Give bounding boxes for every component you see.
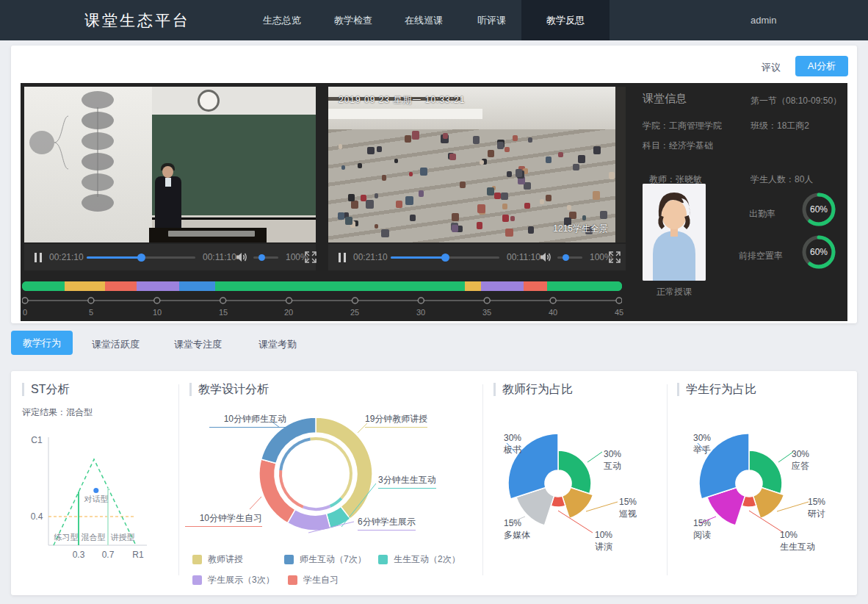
- speaker-icon[interactable]: [236, 244, 248, 270]
- tab-class-attendance[interactable]: 课堂考勤: [258, 338, 297, 351]
- tick-45: 45: [608, 308, 630, 317]
- legend-item: 教师讲授: [192, 553, 243, 566]
- class-name: 班级：18工商2: [751, 120, 809, 132]
- tick-5: 5: [80, 308, 102, 317]
- tick-40: 40: [542, 308, 564, 317]
- student-figure: [345, 217, 352, 225]
- tab-teaching-behavior[interactable]: 教学行为: [11, 331, 73, 355]
- video-card: 评议 AI分析: [11, 46, 857, 323]
- student-figure: [412, 131, 419, 139]
- remaining-time: 00:11:10: [203, 244, 236, 270]
- label-yantao: 15%研讨: [808, 496, 825, 519]
- camera-name-label: 1215学生全景: [553, 223, 608, 235]
- timeline-segment: [465, 281, 481, 291]
- student-figure: [460, 181, 466, 188]
- top-nav: 课堂生态平台 生态总览 教学检查 在线巡课 听评课 教学反思 admin: [0, 0, 868, 40]
- current-time: 00:21:10: [353, 244, 388, 270]
- student-figure: [502, 204, 507, 209]
- student-figure: [361, 195, 366, 201]
- pause-button[interactable]: [35, 244, 42, 270]
- remaining-time: 00:11:10: [507, 244, 540, 270]
- teacher-video[interactable]: [24, 87, 316, 242]
- volume-slider[interactable]: [557, 244, 582, 270]
- st-chart: C1 0.4 0.3 0.7 R1 练习型 混合型 讲授型 对话型: [22, 428, 169, 572]
- st-region-practice: 练习型: [54, 533, 79, 542]
- student-figure: [546, 157, 551, 163]
- media-zone: 2019 09 23 星期一 10:33:21 1215学生全景 00:21:1…: [21, 83, 847, 321]
- legend-swatch: [192, 575, 202, 585]
- fullscreen-icon[interactable]: [305, 244, 317, 270]
- student-figure: [452, 225, 458, 232]
- volume-slider[interactable]: [253, 244, 278, 270]
- student-figure: [528, 226, 534, 233]
- student-figure: [339, 144, 342, 148]
- student-figure: [381, 229, 389, 238]
- teacher-behavior-title: 教师行为占比: [493, 383, 573, 396]
- nav-item-listen-evaluate[interactable]: 听评课: [477, 0, 506, 40]
- student-figure: [505, 229, 513, 237]
- student-figure: [358, 163, 362, 168]
- timeline-segment: [105, 281, 137, 291]
- student-figure: [452, 213, 459, 221]
- student-figure: [443, 133, 448, 139]
- student-figure: [600, 211, 607, 219]
- nav-item-online-patrol[interactable]: 在线巡课: [405, 0, 443, 40]
- user-menu[interactable]: admin: [751, 0, 776, 40]
- st-threshold-label: 0.4: [31, 511, 43, 522]
- progress-handle[interactable]: [441, 254, 449, 262]
- student-figure: [546, 195, 551, 201]
- review-button[interactable]: 评议: [762, 61, 781, 74]
- progress-bar[interactable]: [391, 244, 499, 270]
- student-figure: [494, 193, 501, 200]
- page: 课堂生态平台 生态总览 教学检查 在线巡课 听评课 教学反思 admin 评议 …: [0, 0, 868, 604]
- student-figure: [504, 147, 509, 152]
- timeline-slider[interactable]: [22, 295, 622, 306]
- camera-timestamp: 2019 09 23 星期一 10:33:21: [339, 94, 465, 107]
- student-figure: [524, 203, 530, 209]
- timeline-segment: [65, 281, 104, 291]
- front-row-vacancy-label: 前排空置率: [739, 250, 783, 262]
- timeline-segment: [524, 281, 548, 291]
- label-yuedu: 15%阅读: [693, 517, 711, 541]
- legend-item: 学生自习: [288, 574, 339, 586]
- nav-item-teaching-reflection[interactable]: 教学反思: [521, 0, 610, 40]
- design-analysis-title: 教学设计分析: [189, 383, 269, 396]
- student-figure: [419, 190, 424, 196]
- legend-item: 生生互动（2次）: [378, 553, 460, 566]
- student-figure: [338, 212, 344, 220]
- player-controls-left: 00:21:10 00:11:10 100%: [24, 244, 316, 270]
- nav-item-eco-overview[interactable]: 生态总览: [263, 0, 301, 40]
- behavior-timeline-bar[interactable]: [22, 281, 622, 291]
- student-figure: [502, 215, 509, 222]
- tab-class-activity[interactable]: 课堂活跃度: [92, 338, 140, 351]
- students-video[interactable]: 2019 09 23 星期一 10:33:21 1215学生全景: [328, 87, 626, 242]
- label-xunshi: 15%巡视: [619, 496, 637, 519]
- attendance-rate-value: 60%: [800, 204, 837, 215]
- tick-35: 35: [476, 308, 498, 317]
- progress-handle[interactable]: [137, 254, 145, 262]
- nav-item-teaching-check[interactable]: 教学检查: [334, 0, 372, 40]
- slide-diagram: [24, 87, 152, 242]
- student-figure: [540, 199, 544, 204]
- speaker-icon[interactable]: [540, 244, 552, 270]
- tick-20: 20: [278, 308, 300, 317]
- class-info-title: 课堂信息: [643, 92, 687, 106]
- teacher-photo: [643, 184, 706, 281]
- student-figure: [528, 137, 532, 143]
- student-figure: [449, 154, 455, 160]
- st-y-top-label: C1: [31, 435, 43, 445]
- legend-label: 生生互动（2次）: [394, 553, 460, 566]
- st-xtick-07: 0.7: [102, 550, 115, 560]
- fullscreen-icon[interactable]: [609, 244, 621, 270]
- pause-button[interactable]: [339, 244, 346, 270]
- front-row-vacancy-gauge: 60%: [800, 234, 837, 270]
- student-figure: [473, 136, 480, 143]
- student-figure: [477, 222, 482, 229]
- progress-bar[interactable]: [87, 244, 195, 270]
- tab-class-focus[interactable]: 课堂专注度: [174, 338, 222, 351]
- callout-shengsheng: 3分钟生生互动: [378, 474, 436, 489]
- label-duomeiti: 15%多媒体: [504, 517, 530, 541]
- subject: 科目：经济学基础: [643, 140, 713, 152]
- tick-25: 25: [344, 308, 366, 317]
- ai-analysis-button[interactable]: AI分析: [795, 56, 848, 76]
